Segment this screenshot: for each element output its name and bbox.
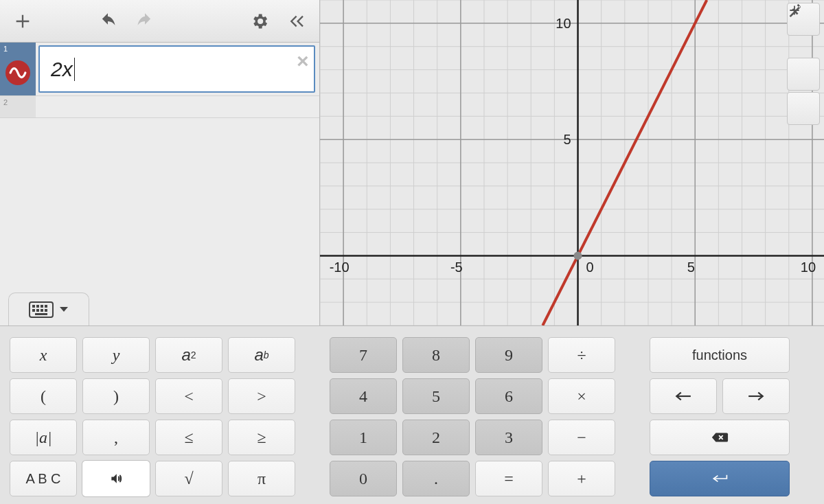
svg-text:10: 10 [801,260,816,275]
key-8[interactable]: 8 [402,337,470,373]
expression-row[interactable]: 2 [0,96,319,118]
svg-rect-9 [35,313,47,315]
key-a[interactable]: |a| [10,420,77,455]
key-[interactable]: π [228,461,295,496]
keyboard-toggle-button[interactable] [8,293,89,325]
undo-button[interactable] [89,3,126,40]
graph-controls [787,3,820,125]
on-screen-keyboard: xya2ab()<>|a|,≤≥A B C√π 789÷456×123−0.=+… [0,325,824,504]
expression-panel: 1 2x × 2 [0,0,320,325]
svg-rect-7 [41,309,43,312]
text-cursor [74,58,75,81]
key-arrowleft[interactable] [650,378,717,414]
key-[interactable]: ) [82,378,150,414]
svg-text:5: 5 [563,132,571,147]
wave-icon[interactable] [5,60,30,85]
key-0[interactable]: 0 [330,461,397,496]
keyboard-group-actions: functions [650,337,790,494]
key-2[interactable]: 2 [402,420,470,455]
key-[interactable]: , [82,420,150,455]
expression-list: 1 2x × 2 [0,43,319,325]
key-6[interactable]: 6 [475,378,542,414]
key-functions[interactable]: functions [650,337,790,373]
key-enter[interactable] [650,461,790,496]
key-[interactable]: > [228,378,295,414]
key-[interactable]: ÷ [548,337,615,373]
svg-rect-8 [45,309,47,312]
expression-row[interactable]: 1 2x × [0,43,319,96]
key-[interactable]: × [548,378,615,414]
svg-text:10: 10 [556,16,571,31]
svg-text:0: 0 [586,260,594,275]
expression-toolbar [0,0,319,43]
expression-input[interactable]: 2x × [38,45,315,93]
key-7[interactable]: 7 [330,337,397,373]
svg-text:-5: -5 [450,260,463,275]
settings-button[interactable] [241,3,278,40]
add-expression-button[interactable] [4,3,41,40]
key-4[interactable]: 4 [330,378,397,414]
key-backspace[interactable] [650,420,790,455]
key-[interactable]: + [548,461,615,496]
key-9[interactable]: 9 [475,337,542,373]
expression-index: 1 [3,45,8,53]
svg-rect-2 [36,305,39,308]
key-[interactable]: < [155,378,222,414]
keyboard-group-symbols: xya2ab()<>|a|,≤≥A B C√π [10,337,295,494]
key-1[interactable]: 1 [330,420,397,455]
expression-tab[interactable]: 1 [0,43,36,95]
key-[interactable]: = [475,461,542,496]
zoom-out-button[interactable] [787,92,820,125]
key-sound[interactable] [82,461,150,496]
graph-canvas: -10-55105100 [320,0,824,325]
key-3[interactable]: 3 [475,420,542,455]
collapse-panel-button[interactable] [278,3,315,40]
expression-tab[interactable]: 2 [0,96,36,117]
svg-text:5: 5 [687,260,695,275]
svg-rect-6 [36,309,39,312]
svg-rect-3 [41,305,43,308]
delete-expression-button[interactable]: × [296,51,308,71]
graph-area[interactable]: -10-55105100 [320,0,824,325]
key-abc[interactable]: A B C [10,461,77,496]
key-a[interactable]: ab [228,337,295,373]
svg-rect-4 [45,305,47,308]
key-arrowright[interactable] [722,378,790,414]
key-[interactable]: ( [10,378,77,414]
key-[interactable]: ≥ [228,420,295,455]
redo-button[interactable] [126,3,163,40]
expression-index: 2 [3,98,8,106]
svg-point-63 [574,251,582,260]
keyboard-group-numpad: 789÷456×123−0.=+ [330,337,615,494]
key-a[interactable]: a2 [155,337,222,373]
svg-rect-5 [32,309,35,312]
zoom-in-button[interactable] [787,58,820,91]
svg-rect-1 [32,305,35,308]
expression-content: 2x [51,58,73,81]
key-[interactable]: ≤ [155,420,222,455]
svg-text:-10: -10 [330,260,350,275]
key-x[interactable]: x [10,337,77,373]
key-5[interactable]: 5 [402,378,470,414]
key-[interactable]: . [402,461,470,496]
key-[interactable]: √ [155,461,222,496]
key-[interactable]: − [548,420,615,455]
key-y[interactable]: y [82,337,150,373]
